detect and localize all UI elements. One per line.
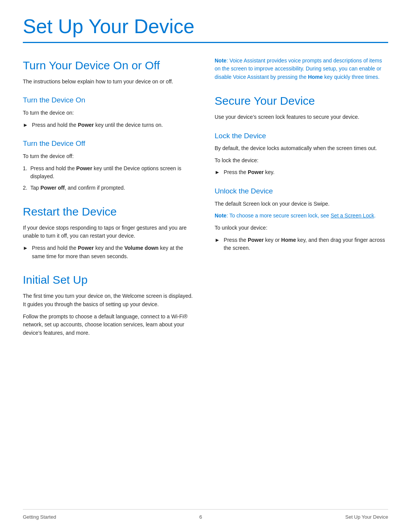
turn-off-step-2: 2. Tap Power off, and confirm if prompte…: [23, 184, 196, 192]
set-screen-lock-link[interactable]: Set a Screen Lock: [331, 212, 374, 219]
step-number-2: 2.: [23, 184, 27, 192]
restart-intro: If your device stops responding to taps …: [23, 224, 196, 240]
subsection-unlock-title: Unlock the Device: [215, 186, 388, 197]
unlock-note-label: Note: [215, 212, 226, 219]
unlock-bullet-text: Press the Power key or Home key, and the…: [224, 236, 388, 252]
turn-on-intro: To turn the device on:: [23, 109, 196, 117]
lock-bullet-text: Press the Power key.: [224, 168, 388, 177]
section-restart-title: Restart the Device: [23, 203, 196, 220]
page-footer: Getting Started 6 Set Up Your Device: [23, 509, 388, 521]
footer-right-text: Set Up Your Device: [345, 513, 388, 521]
unlock-para1: The default Screen lock on your device i…: [215, 200, 388, 208]
subsection-turn-on-title: Turn the Device On: [23, 95, 196, 106]
page-wrapper: Set Up Your Device Turn Your Device On o…: [0, 0, 411, 532]
section-turn-on-off-title: Turn Your Device On or Off: [23, 57, 196, 74]
top-note-text: : Voice Assistant provides voice prompts…: [215, 58, 382, 80]
title-divider: [23, 42, 388, 43]
turn-off-intro: To turn the device off:: [23, 152, 196, 161]
step-number-1: 1.: [23, 165, 27, 173]
subsection-lock-title: Lock the Device: [215, 131, 388, 142]
turn-on-bullet: ► Press and hold the Power key until the…: [23, 121, 196, 129]
section-secure-title: Secure Your Device: [215, 92, 388, 109]
step-2-text: Tap Power off, and confirm if prompted.: [30, 184, 125, 192]
two-column-layout: Turn Your Device On or Off The instructi…: [23, 57, 388, 341]
bullet-arrow-icon: ►: [23, 121, 28, 129]
unlock-intro2: To unlock your device:: [215, 224, 388, 232]
initial-setup-para2: Follow the prompts to choose a default l…: [23, 313, 196, 337]
restart-bullet: ► Press and hold the Power key and the V…: [23, 244, 196, 260]
top-note: Note: Voice Assistant provides voice pro…: [215, 57, 388, 81]
step-1-text: Press and hold the Power key until the D…: [30, 165, 196, 181]
lock-para1: By default, the device locks automatical…: [215, 144, 388, 153]
lock-intro2: To lock the device:: [215, 157, 388, 165]
unlock-bullet: ► Press the Power key or Home key, and t…: [215, 236, 388, 252]
turn-off-step-1: 1. Press and hold the Power key until th…: [23, 165, 196, 181]
top-note-label: Note: [215, 58, 226, 64]
unlock-arrow-icon: ►: [215, 236, 220, 244]
lock-arrow-icon: ►: [215, 168, 220, 177]
initial-setup-para1: The first time you turn your device on, …: [23, 292, 196, 308]
unlock-note: Note: To choose a more secure screen loc…: [215, 212, 388, 220]
right-column: Note: Voice Assistant provides voice pro…: [215, 57, 388, 341]
page-title: Set Up Your Device: [23, 15, 388, 38]
restart-bullet-text: Press and hold the Power key and the Vol…: [32, 244, 196, 260]
turn-on-bullet-text: Press and hold the Power key until the d…: [32, 121, 196, 129]
turn-off-steps: 1. Press and hold the Power key until th…: [23, 165, 196, 192]
lock-bullet: ► Press the Power key.: [215, 168, 388, 177]
secure-intro: Use your device’s screen lock features t…: [215, 113, 388, 121]
left-column: Turn Your Device On or Off The instructi…: [23, 57, 196, 341]
subsection-turn-off-title: Turn the Device Off: [23, 138, 196, 149]
section-initial-setup-title: Initial Set Up: [23, 271, 196, 288]
footer-page-number: 6: [199, 513, 202, 521]
section-turn-on-off-intro: The instructions below explain how to tu…: [23, 78, 196, 86]
footer-left-text: Getting Started: [23, 513, 56, 521]
restart-arrow-icon: ►: [23, 244, 28, 252]
